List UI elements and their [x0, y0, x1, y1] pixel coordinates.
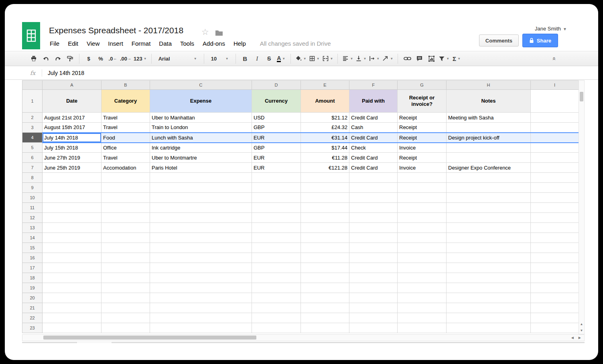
number-format-button[interactable]: 123▼ — [134, 54, 147, 63]
menu-tools[interactable]: Tools — [180, 40, 194, 47]
cell[interactable] — [150, 253, 252, 263]
cell[interactable] — [398, 283, 447, 293]
cell[interactable]: August 15th 2017 — [43, 123, 102, 133]
cell[interactable] — [43, 253, 102, 263]
filter-button[interactable]: ▼ — [439, 54, 449, 63]
cell[interactable] — [252, 183, 301, 193]
cell[interactable] — [531, 303, 579, 313]
cell[interactable]: Receipt — [398, 123, 447, 133]
row-header-19[interactable]: 19 — [22, 283, 43, 293]
cell[interactable] — [531, 123, 579, 133]
cell[interactable] — [447, 203, 531, 213]
cell[interactable]: Office — [102, 143, 150, 153]
cell[interactable] — [252, 233, 301, 243]
row-header-10[interactable]: 10 — [22, 193, 43, 203]
scroll-right-icon[interactable]: ▶ — [579, 336, 581, 340]
cell[interactable]: €121.28 — [301, 163, 349, 173]
cell[interactable] — [150, 263, 252, 273]
cell[interactable]: Accomodation — [102, 163, 150, 173]
cell[interactable] — [102, 283, 150, 293]
cell[interactable] — [102, 233, 150, 243]
cell[interactable] — [252, 303, 301, 313]
window-scrollbar[interactable] — [22, 342, 585, 343]
merge-cells-button[interactable]: ▼ — [322, 54, 333, 63]
cell[interactable]: Ink cartridge — [150, 143, 252, 153]
account-menu[interactable]: Jane Smith▼ — [535, 26, 567, 32]
cell[interactable]: Credit Card — [349, 133, 398, 143]
vertical-align-button[interactable]: ▼ — [355, 54, 366, 63]
cell[interactable] — [531, 293, 579, 303]
cell[interactable] — [252, 243, 301, 253]
bold-button[interactable]: B — [240, 54, 250, 63]
cell[interactable] — [398, 293, 447, 303]
cell[interactable] — [447, 293, 531, 303]
cell[interactable]: Credit Card — [349, 113, 398, 123]
cell[interactable] — [531, 253, 579, 263]
menu-edit[interactable]: Edit — [68, 40, 78, 47]
window-scrollbar-thumb[interactable] — [77, 342, 112, 343]
cell[interactable] — [43, 263, 102, 273]
cell[interactable] — [447, 283, 531, 293]
column-header-c[interactable]: C — [150, 81, 252, 90]
cell[interactable]: Currency — [252, 90, 301, 113]
active-cell[interactable]: July 14th 2018 — [43, 133, 102, 143]
insert-comment-button[interactable] — [414, 54, 424, 63]
row-header-14[interactable]: 14 — [22, 233, 43, 243]
insert-chart-button[interactable] — [426, 54, 436, 63]
select-all-corner[interactable] — [22, 81, 43, 90]
menu-view[interactable]: View — [87, 40, 99, 47]
cell[interactable] — [398, 203, 447, 213]
strikethrough-button[interactable]: S — [264, 54, 274, 63]
column-header-e[interactable]: E — [301, 81, 349, 90]
cell[interactable] — [398, 253, 447, 263]
document-title[interactable]: Expenses Spreadsheet - 2017/2018 — [49, 26, 183, 35]
cell[interactable] — [102, 223, 150, 233]
cell[interactable] — [150, 183, 252, 193]
cell[interactable] — [43, 203, 102, 213]
cell[interactable] — [398, 233, 447, 243]
vertical-scrollbar-thumb[interactable] — [580, 92, 583, 101]
cell[interactable]: June 27th 2019 — [43, 153, 102, 163]
row-header-4[interactable]: 4 — [22, 133, 43, 143]
cell[interactable] — [301, 313, 349, 323]
cell[interactable] — [531, 183, 579, 193]
scroll-up-icon[interactable]: ▲ — [579, 322, 584, 326]
cell[interactable] — [43, 313, 102, 323]
cell[interactable] — [447, 213, 531, 223]
cell[interactable] — [43, 213, 102, 223]
menu-format[interactable]: Format — [132, 40, 151, 47]
row-header-2[interactable]: 2 — [22, 113, 43, 123]
text-wrap-button[interactable]: ▼ — [369, 54, 380, 63]
scroll-left-icon[interactable]: ◀ — [571, 336, 574, 340]
cell[interactable] — [102, 313, 150, 323]
cell[interactable] — [43, 323, 102, 333]
cell[interactable] — [398, 213, 447, 223]
cell[interactable] — [349, 303, 398, 313]
cell[interactable] — [398, 273, 447, 283]
cell[interactable]: August 21st 2017 — [43, 113, 102, 123]
row-header-15[interactable]: 15 — [22, 243, 43, 253]
cell[interactable] — [43, 183, 102, 193]
cell[interactable] — [150, 303, 252, 313]
row-header-22[interactable]: 22 — [22, 313, 43, 323]
share-button[interactable]: Share — [522, 34, 558, 47]
cell[interactable] — [447, 193, 531, 203]
cell[interactable] — [531, 223, 579, 233]
cell[interactable] — [398, 183, 447, 193]
cell[interactable] — [301, 233, 349, 243]
cell[interactable] — [447, 243, 531, 253]
cell[interactable]: Meeting with Sasha — [447, 113, 531, 123]
cell[interactable] — [102, 173, 150, 183]
cell[interactable] — [150, 193, 252, 203]
row-header-17[interactable]: 17 — [22, 263, 43, 273]
cell[interactable]: Credit Card — [349, 153, 398, 163]
cell[interactable] — [150, 223, 252, 233]
cell[interactable] — [447, 313, 531, 323]
cell[interactable] — [102, 203, 150, 213]
column-header-f[interactable]: F — [349, 81, 398, 90]
cell[interactable] — [43, 303, 102, 313]
cell[interactable] — [301, 203, 349, 213]
row-header-16[interactable]: 16 — [22, 253, 43, 263]
cell[interactable] — [102, 193, 150, 203]
cell[interactable] — [252, 263, 301, 273]
